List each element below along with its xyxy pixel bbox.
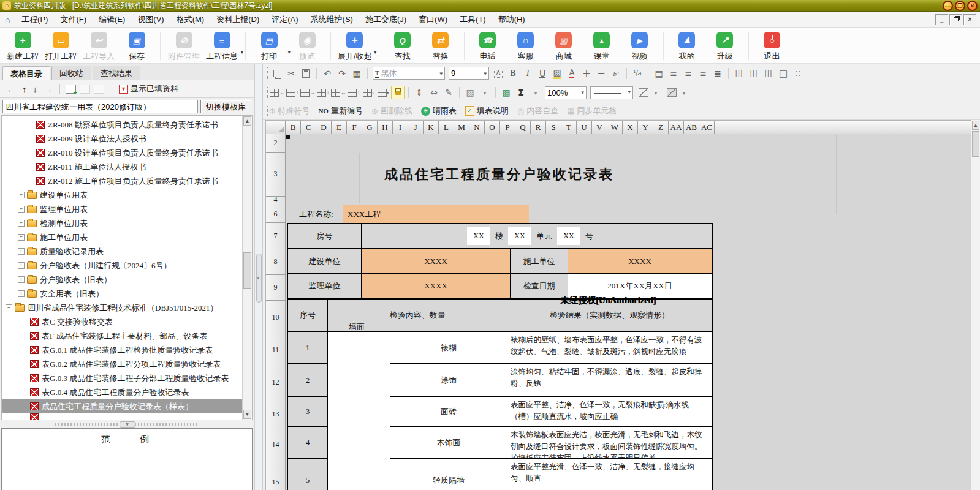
column-header[interactable]: B [286, 121, 301, 134]
editor-icon[interactable] [711, 67, 724, 80]
chevron-down-icon[interactable] [677, 86, 691, 99]
row-header[interactable]: 13 [266, 399, 286, 429]
editor-icon[interactable] [316, 68, 317, 79]
toolbar-button[interactable]: ▾ 新建工程 [4, 31, 42, 63]
editor-icon[interactable] [728, 68, 729, 79]
column-header[interactable]: T [561, 121, 577, 134]
tree-item[interactable]: 表F 成品住宅装修工程主要材料、部品、设备表 [2, 329, 242, 343]
editor-icon[interactable] [762, 67, 775, 80]
tree-item[interactable]: 表G.0.4 成品住宅工程质量分户验收记录表 [2, 385, 242, 399]
tree-item[interactable]: 表C 交接验收移交表 [2, 315, 242, 329]
chevron-down-icon[interactable]: ▾ [374, 49, 377, 55]
item-name[interactable]: 面砖 [390, 397, 507, 427]
tree-item[interactable] [2, 413, 242, 420]
item-name[interactable]: 木饰面 [390, 427, 507, 459]
tree-scroll-thumb[interactable] [243, 252, 251, 289]
column-header[interactable]: C [301, 121, 316, 134]
collapse-down-icon[interactable]: ∨ [120, 421, 135, 428]
tree-item[interactable]: 施工单位用表 [2, 230, 242, 244]
restore-button[interactable]: ❒ [955, 1, 965, 11]
add-table-icon[interactable] [66, 85, 76, 94]
toolbar-button[interactable]: ▾ 工程导入 [80, 31, 118, 63]
toolbar-button[interactable]: ▾ [245, 32, 246, 60]
column-header[interactable]: Q [515, 121, 531, 134]
row-header[interactable]: 7 [266, 223, 286, 249]
item-result[interactable]: 涂饰均匀、粘结牢固，不得漏涂、透底、裂缝、起皮和掉粉、反锈 [507, 364, 712, 397]
scroll-down-icon[interactable]: ▼ [243, 410, 251, 419]
tree-item[interactable]: 建设单位用表 [2, 188, 242, 202]
template-library-select[interactable]: 四川省工程建设统一用表（2020修订版） [2, 100, 198, 113]
minimize-button[interactable]: — [943, 1, 953, 11]
editor-icon[interactable] [463, 86, 477, 99]
unit-input[interactable]: XX [508, 227, 531, 245]
builder-unit-value[interactable]: XXXX [568, 249, 712, 273]
nav-down-icon[interactable]: ↓ [33, 84, 38, 94]
construction-unit-value[interactable]: XXXX [361, 249, 510, 273]
item-category-cell[interactable] [327, 397, 390, 427]
editor-icon[interactable] [284, 67, 298, 80]
nav-left-icon[interactable]: ← [7, 84, 16, 94]
line-style-select[interactable] [590, 86, 633, 99]
tree-expander-icon[interactable] [18, 290, 25, 297]
toolbar-button[interactable]: ▾ 保存 [118, 31, 156, 63]
column-header[interactable]: W [607, 121, 623, 134]
tree-item[interactable]: 表G.0.1 成品住宅装修工程检验批质量验收记录表 [2, 343, 242, 357]
nav-right-icon[interactable]: → [44, 84, 53, 94]
toolbar-button[interactable]: ▾ 打印 [250, 31, 288, 63]
column-header[interactable]: J [408, 121, 424, 134]
chevron-down-icon[interactable] [649, 86, 663, 99]
sidebar-tab[interactable]: 表格目录 [2, 66, 50, 80]
editor-icon[interactable] [791, 67, 805, 80]
toolbar-button[interactable]: ▾ 附件管理 [165, 31, 203, 63]
tree-expander-icon[interactable] [18, 234, 25, 241]
toolbar-button[interactable]: ▾ 我的 [668, 31, 706, 63]
item-result[interactable]: 表面应平整、洁净、色泽一致，无裂痕和缺损:滴水线（槽）应顺直流水，坡向应正确 [507, 397, 712, 427]
row-header[interactable]: 2 [266, 134, 286, 153]
editor-icon[interactable] [347, 86, 360, 99]
editor-icon[interactable] [321, 67, 334, 80]
editor-tool-button[interactable]: 重新编号 [318, 105, 363, 116]
vertical-splitter[interactable]: < [254, 64, 263, 490]
toolbar-button[interactable]: ▾ 工程信息 [203, 31, 241, 63]
row-header[interactable]: 9 [266, 275, 286, 301]
editor-icon[interactable] [376, 86, 390, 99]
diagonal-cell-icon[interactable] [667, 88, 677, 97]
tree-item[interactable]: ZR-012 施工单位项目负责人质量终身责任承诺书 [2, 174, 242, 188]
column-header[interactable]: R [531, 121, 546, 134]
tree-item[interactable]: 分户验收表（旧表） [2, 273, 242, 287]
toolbar-button[interactable]: ▾ [379, 32, 379, 60]
editor-icon[interactable] [648, 68, 648, 79]
editor-icon[interactable] [492, 67, 505, 80]
tree-item[interactable]: ZR-008 勘察单位项目负责人质量终身责任承诺书 [2, 118, 242, 132]
mdi-restore-button[interactable] [949, 14, 962, 25]
toolbar-button[interactable]: ▾ 替换 [422, 31, 460, 63]
column-header[interactable]: E [332, 121, 347, 134]
menu-item[interactable]: 工程(P) [15, 12, 54, 27]
home-icon[interactable]: ⌂ [5, 15, 10, 25]
editor-icon[interactable] [270, 67, 283, 80]
toolbar-button[interactable]: ▾ [663, 32, 664, 60]
toolbar-button[interactable]: ▾ [160, 32, 161, 60]
editor-icon[interactable] [521, 67, 534, 80]
menu-item[interactable]: 窗口(W) [412, 12, 454, 27]
editor-icon[interactable] [696, 67, 710, 80]
menu-item[interactable]: 视图(V) [131, 12, 170, 27]
column-header[interactable]: K [424, 121, 439, 134]
sheet-scroll-thumb[interactable] [972, 131, 979, 157]
tree-expander-icon[interactable] [18, 276, 25, 283]
editor-icon[interactable] [335, 67, 349, 80]
row-header[interactable]: 8 [266, 249, 286, 275]
zoom-select[interactable]: 100%▾ [545, 86, 587, 99]
sidebar-tab[interactable]: 回收站 [51, 66, 91, 80]
column-header[interactable]: F [347, 121, 362, 134]
editor-tool-button[interactable]: 内容自查 [517, 105, 558, 116]
editor-icon[interactable] [350, 67, 363, 80]
menu-item[interactable]: 施工交底(J) [359, 12, 412, 27]
item-category-cell[interactable] [327, 459, 390, 490]
menu-item[interactable]: 文件(F) [54, 12, 93, 27]
tree-expander-icon[interactable] [18, 206, 25, 213]
column-header[interactable]: H [378, 121, 393, 134]
column-header[interactable]: S [546, 121, 561, 134]
mdi-close-button[interactable]: × [963, 14, 976, 25]
toolbar-button[interactable]: ▾ [748, 32, 749, 60]
